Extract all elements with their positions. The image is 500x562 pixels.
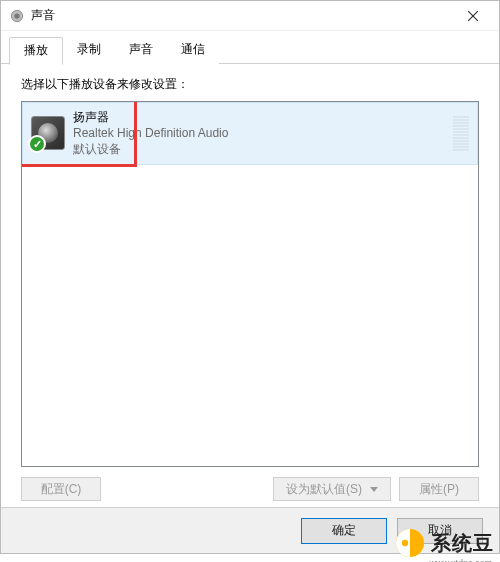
- configure-button: 配置(C): [21, 477, 101, 501]
- bottom-button-row: 配置(C) 设为默认值(S) 属性(P): [21, 477, 479, 501]
- device-list[interactable]: ✓ 扬声器 Realtek High Definition Audio 默认设备: [21, 101, 479, 467]
- svg-point-5: [402, 540, 408, 546]
- watermark-logo-icon: [395, 528, 425, 558]
- watermark-url: www.xtdpc.com: [429, 558, 492, 562]
- device-item-speakers[interactable]: ✓ 扬声器 Realtek High Definition Audio 默认设备: [22, 102, 478, 165]
- window-title: 声音: [31, 7, 450, 24]
- tab-communications[interactable]: 通信: [167, 37, 219, 64]
- app-icon: [9, 8, 25, 24]
- device-status: 默认设备: [73, 141, 447, 157]
- tab-playback[interactable]: 播放: [9, 37, 63, 65]
- tab-recording[interactable]: 录制: [63, 37, 115, 64]
- instruction-text: 选择以下播放设备来修改设置：: [21, 76, 479, 93]
- default-check-icon: ✓: [28, 135, 46, 153]
- tabbar: 播放 录制 声音 通信: [1, 31, 499, 64]
- speaker-icon: ✓: [31, 116, 65, 150]
- level-meter: [453, 116, 469, 151]
- svg-point-1: [14, 13, 19, 18]
- properties-button: 属性(P): [399, 477, 479, 501]
- tab-sounds[interactable]: 声音: [115, 37, 167, 64]
- set-default-button: 设为默认值(S): [273, 477, 391, 501]
- device-subtitle: Realtek High Definition Audio: [73, 125, 447, 141]
- titlebar: 声音: [1, 1, 499, 31]
- sound-dialog: 声音 播放 录制 声音 通信 选择以下播放设备来修改设置： ✓ 扬声器 Real…: [0, 0, 500, 554]
- device-name: 扬声器: [73, 109, 447, 125]
- device-text: 扬声器 Realtek High Definition Audio 默认设备: [73, 109, 447, 158]
- close-button[interactable]: [450, 2, 495, 30]
- watermark-label: 系统豆: [431, 530, 494, 557]
- ok-button[interactable]: 确定: [301, 518, 387, 544]
- watermark: 系统豆: [395, 528, 494, 558]
- content-area: 选择以下播放设备来修改设置： ✓ 扬声器 Realtek High Defini…: [1, 64, 499, 507]
